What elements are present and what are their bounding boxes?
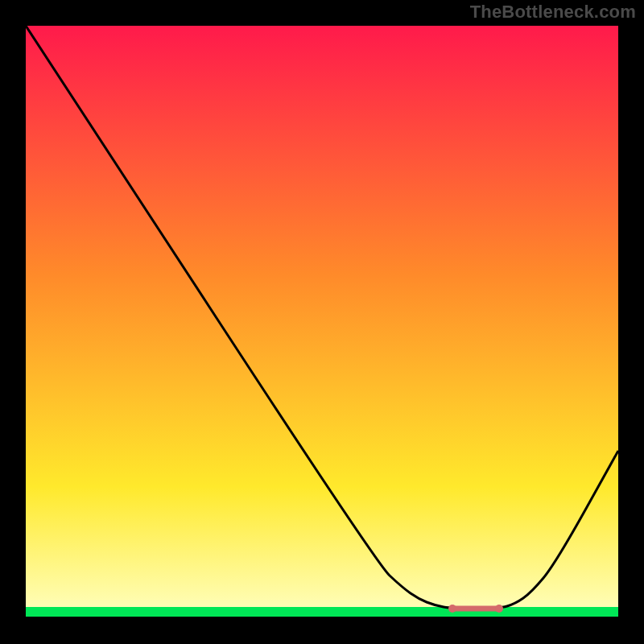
watermark-text: TheBottleneck.com	[470, 2, 636, 23]
plateau-endpoint-right	[495, 605, 503, 613]
plateau-endpoint-left	[448, 605, 456, 613]
gradient-background	[26, 26, 618, 617]
bottleneck-chart	[0, 0, 644, 644]
green-band	[26, 607, 618, 617]
chart-stage: TheBottleneck.com	[0, 0, 644, 644]
